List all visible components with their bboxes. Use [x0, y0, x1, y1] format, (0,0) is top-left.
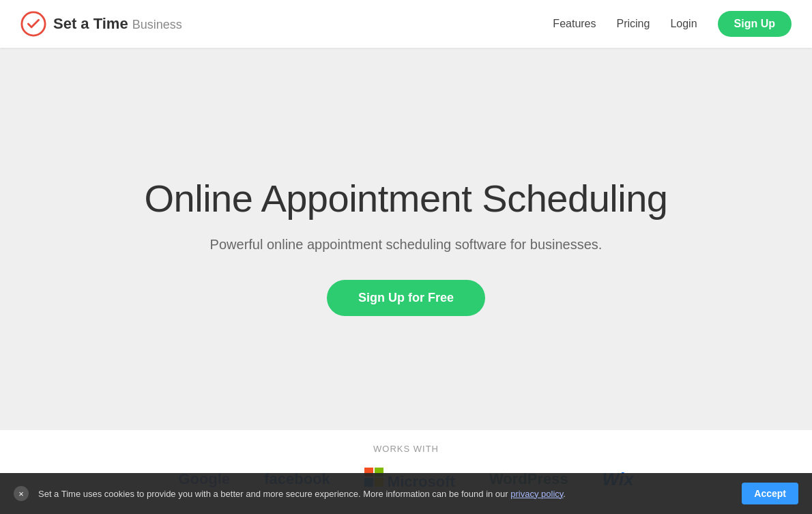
nav-pricing[interactable]: Pricing — [617, 18, 650, 30]
cookie-close-button[interactable]: × — [14, 486, 29, 501]
logo-area: Set a Time Business — [20, 11, 182, 37]
logo-business: Business — [132, 18, 182, 32]
nav-login[interactable]: Login — [670, 18, 697, 30]
nav-signup-button[interactable]: Sign Up — [718, 11, 792, 37]
hero-section: Online Appointment Scheduling Powerful o… — [0, 48, 812, 430]
logo-icon — [20, 11, 46, 37]
logo-text: Set a Time Business — [53, 15, 182, 33]
cookie-privacy-link[interactable]: privacy policy — [510, 489, 563, 499]
main-nav: Features Pricing Login Sign Up — [553, 11, 792, 37]
site-header: Set a Time Business Features Pricing Log… — [0, 0, 812, 48]
cookie-accept-button[interactable]: Accept — [742, 483, 798, 504]
hero-title: Online Appointment Scheduling — [145, 176, 668, 220]
works-with-label: Works With — [0, 444, 812, 454]
nav-features[interactable]: Features — [553, 18, 596, 30]
logo-set-a-time: Set a Time — [53, 15, 128, 33]
hero-subtitle: Powerful online appointment scheduling s… — [210, 237, 603, 253]
cookie-message: Set a Time uses cookies to provide you w… — [38, 489, 732, 499]
cookie-banner: × Set a Time uses cookies to provide you… — [0, 473, 812, 514]
hero-cta-button[interactable]: Sign Up for Free — [327, 280, 485, 316]
